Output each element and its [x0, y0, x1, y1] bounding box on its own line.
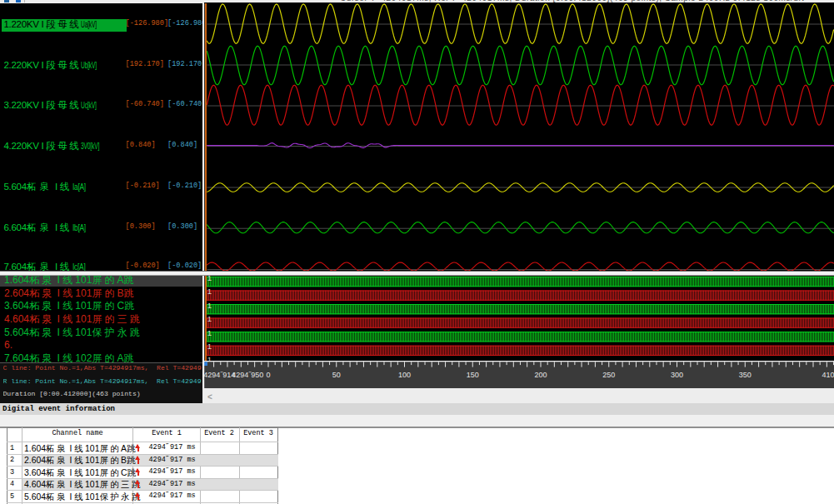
svg-text:4294˝914: 4294˝914	[203, 371, 235, 379]
svg-text:1: 1	[207, 342, 212, 351]
svg-text:1: 1	[207, 314, 212, 323]
svg-text:50: 50	[332, 371, 341, 379]
svg-text:200: 200	[534, 371, 547, 379]
svg-text:250: 250	[602, 371, 615, 379]
svg-text:100: 100	[398, 371, 411, 379]
svg-text:150: 150	[467, 371, 479, 379]
svg-text:4294˝950: 4294˝950	[232, 371, 263, 379]
svg-text:350: 350	[739, 371, 752, 379]
svg-text:410: 410	[822, 371, 834, 379]
svg-text:300: 300	[671, 371, 683, 379]
svg-text:1: 1	[207, 328, 212, 337]
svg-text:0: 0	[266, 371, 270, 379]
svg-text:1: 1	[207, 301, 212, 310]
svg-text:1: 1	[207, 287, 212, 296]
